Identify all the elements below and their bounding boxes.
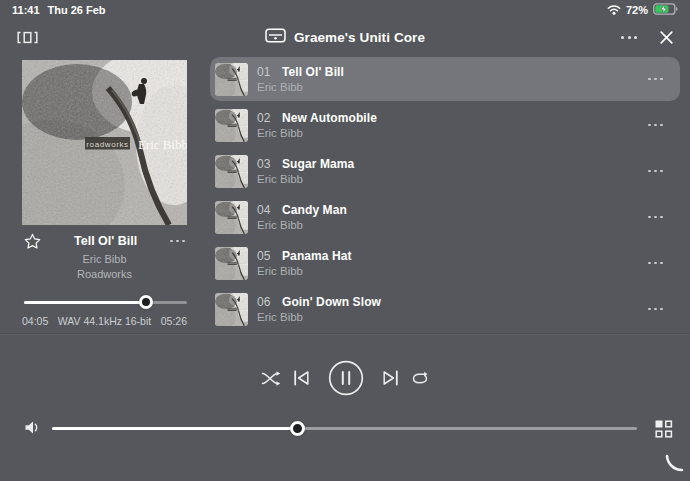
audio-format-label: WAV 44.1kHz 16-bit [58, 315, 151, 327]
bottom-divider [0, 333, 690, 335]
header-more-icon[interactable] [619, 34, 639, 41]
close-icon[interactable] [657, 28, 676, 47]
track-artist: Eric Bibb [257, 264, 352, 278]
track-thumbnail [215, 63, 248, 96]
shuffle-icon[interactable] [261, 371, 281, 386]
track-number: 04 [257, 203, 282, 218]
track-more-icon[interactable] [646, 306, 665, 313]
track-number: 01 [257, 65, 282, 80]
now-playing-title: Tell Ol' Bill [43, 234, 168, 248]
seek-knob[interactable] [139, 295, 153, 309]
track-row[interactable]: 05Panama Hat Eric Bibb [210, 241, 680, 285]
volume-row [0, 414, 690, 442]
track-queue-list: 01Tell Ol' Bill Eric Bibb 02New Automobi… [210, 57, 680, 333]
track-row[interactable]: 03Sugar Mama Eric Bibb [210, 149, 680, 193]
battery-percent: 72% [626, 4, 648, 16]
header-bar: Graeme's Uniti Core [0, 20, 690, 54]
track-number: 05 [257, 249, 282, 264]
total-time: 05:26 [161, 315, 187, 327]
track-thumbnail [215, 247, 248, 280]
track-more-icon[interactable] [646, 214, 665, 221]
track-row[interactable]: 02New Automobile Eric Bibb [210, 103, 680, 147]
track-title: Panama Hat [282, 249, 352, 264]
track-artist: Eric Bibb [257, 310, 381, 324]
status-date: Thu 26 Feb [48, 4, 106, 16]
track-title: Tell Ol' Bill [282, 65, 344, 80]
track-title: Candy Man [282, 203, 347, 218]
track-row[interactable]: 01Tell Ol' Bill Eric Bibb [210, 57, 680, 101]
track-title: Goin' Down Slow [282, 295, 381, 310]
volume-track[interactable] [52, 427, 637, 430]
battery-charging-icon [653, 3, 678, 17]
favourite-star-icon[interactable] [22, 231, 43, 251]
volume-knob[interactable] [290, 421, 305, 436]
track-thumbnail [215, 201, 248, 234]
status-bar: 11:41 Thu 26 Feb 72% [0, 0, 690, 20]
now-playing-artist: Eric Bibb [22, 253, 187, 266]
previous-track-icon[interactable] [293, 370, 310, 386]
volume-fill [52, 427, 298, 430]
corner-gesture-arc-icon [664, 452, 686, 478]
transport-controls [0, 360, 690, 396]
repeat-icon[interactable] [411, 371, 429, 386]
pause-button[interactable] [328, 360, 364, 396]
speaker-icon [24, 420, 42, 439]
now-playing-album: Roadworks [22, 268, 187, 281]
track-number: 03 [257, 157, 282, 172]
track-row[interactable]: 06Goin' Down Slow Eric Bibb [210, 287, 680, 331]
volume-slider[interactable] [52, 421, 637, 436]
track-thumbnail [215, 155, 248, 188]
track-artist: Eric Bibb [257, 218, 347, 232]
track-more-icon[interactable] [646, 122, 665, 129]
server-title: Graeme's Uniti Core [294, 30, 425, 45]
track-row[interactable]: 04Candy Man Eric Bibb [210, 195, 680, 239]
elapsed-time: 04:05 [22, 315, 48, 327]
track-more-icon[interactable] [646, 168, 665, 175]
track-thumbnail [215, 293, 248, 326]
track-artist: Eric Bibb [257, 172, 354, 186]
track-more-icon[interactable] [646, 260, 665, 267]
track-thumbnail [215, 109, 248, 142]
next-track-icon[interactable] [382, 370, 399, 386]
uniti-core-device-icon [265, 28, 286, 47]
track-more-icon[interactable] [646, 76, 665, 83]
track-artist: Eric Bibb [257, 80, 344, 94]
track-title: Sugar Mama [282, 157, 354, 172]
album-artwork [22, 60, 187, 225]
track-artist: Eric Bibb [257, 126, 377, 140]
now-playing-panel: Tell Ol' Bill Eric Bibb Roadworks 04:05 … [22, 60, 187, 327]
status-time: 11:41 [12, 4, 40, 16]
multiroom-icon[interactable] [14, 28, 41, 47]
now-playing-more-icon[interactable] [168, 238, 187, 245]
naim-app-window: roadworks Eric Bibb 11:41 Thu 26 Feb 72% [0, 0, 690, 481]
seek-slider[interactable] [22, 295, 187, 309]
track-number: 06 [257, 295, 282, 310]
track-title: New Automobile [282, 111, 377, 126]
seek-track[interactable] [24, 301, 187, 304]
seek-fill [24, 301, 146, 304]
inputs-grid-icon[interactable] [652, 417, 676, 441]
wifi-icon [607, 4, 621, 17]
track-number: 02 [257, 111, 282, 126]
